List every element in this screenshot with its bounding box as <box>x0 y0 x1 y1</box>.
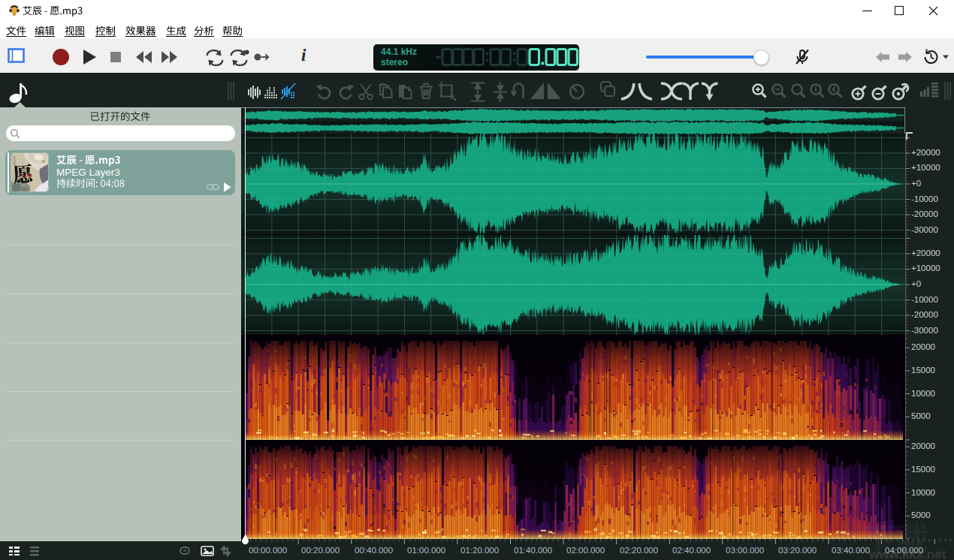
svg-text:MPEG Layer3: MPEG Layer3 <box>56 167 120 178</box>
svg-text:YUAN: YUAN <box>20 173 32 178</box>
svg-text:www.kkx.net: www.kkx.net <box>868 547 946 560</box>
